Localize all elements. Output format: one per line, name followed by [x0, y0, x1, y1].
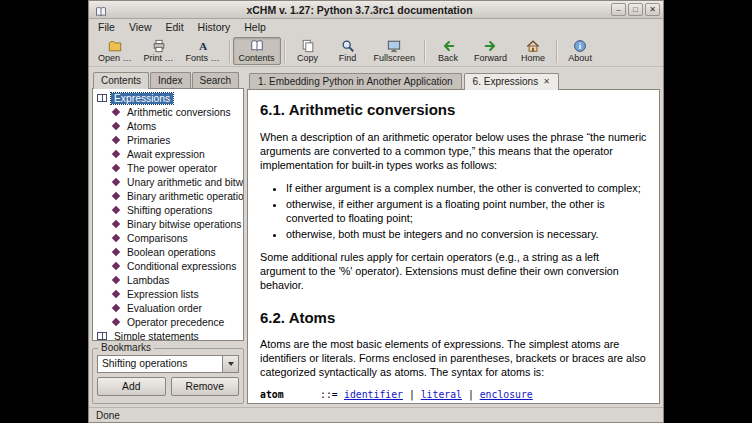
grammar-link-parenth_form[interactable]: parenth_form	[344, 403, 415, 404]
tree-item-label: Comparisons	[124, 233, 191, 244]
diamond-icon	[112, 206, 120, 214]
menu-file[interactable]: File	[91, 19, 122, 36]
close-tab-icon[interactable]: ✕	[543, 77, 550, 86]
status-text: Done	[96, 410, 120, 421]
fonts-icon: A	[196, 39, 210, 53]
doc-tab-2[interactable]: 6. Expressions✕	[464, 73, 559, 90]
tree-item-label: Arithmetic conversions	[124, 107, 234, 118]
bookmarks-panel: Bookmarks Shifting operations Add Remove	[92, 348, 244, 404]
toolbar-print-button[interactable]: Print …	[138, 37, 180, 65]
tree-item[interactable]: Expression lists	[93, 287, 243, 301]
tree-item-label: Boolean operations	[124, 247, 219, 258]
diamond-icon	[112, 276, 120, 284]
tree-item-label: Operator precedence	[124, 317, 227, 328]
toolbar-forward-button[interactable]: Forward	[468, 37, 513, 65]
toolbar-open-button[interactable]: Open …	[92, 37, 138, 65]
bookmarks-buttons: Add Remove	[97, 377, 239, 396]
bookmarks-title: Bookmarks	[98, 342, 154, 353]
diamond-icon	[112, 304, 120, 312]
tree-item[interactable]: Conditional expressions	[93, 259, 243, 273]
grammar-link-dict_display[interactable]: dict_display	[521, 403, 592, 404]
grammar-op: ::=	[320, 402, 344, 404]
toolbar-fullscreen-button[interactable]: Fullscreen	[368, 37, 422, 65]
tree-item-label: Atoms	[124, 121, 159, 132]
tree-item[interactable]: Binary arithmetic operations	[93, 189, 243, 203]
titlebar: xCHM v. 1.27: Python 3.7.3rc1 documentat…	[89, 1, 663, 19]
heading-arithmetic-conversions: 6.1. Arithmetic conversions	[260, 100, 647, 120]
sidebar-tab-contents[interactable]: Contents	[93, 72, 149, 89]
bookmarks-combo[interactable]: Shifting operations	[97, 355, 239, 373]
list-item: otherwise, if either argument is a float…	[286, 197, 647, 225]
tree-item-label: Expression lists	[124, 289, 202, 300]
grammar-link-identifier[interactable]: identifier	[344, 389, 403, 400]
minimize-button[interactable]: –	[611, 3, 626, 16]
doc-panel: 6.1. Arithmetic conversions When a descr…	[247, 89, 660, 404]
grammar-link-literal[interactable]: literal	[421, 389, 462, 400]
tree-item-label: Conditional expressions	[124, 261, 239, 272]
toolbar-button-label: Print …	[144, 53, 174, 63]
doc-tab-1[interactable]: 1. Embedding Python in Another Applicati…	[249, 73, 462, 89]
toolbar-button-label: Forward	[474, 53, 507, 63]
tree-item[interactable]: Primaries	[93, 133, 243, 147]
tree-item[interactable]: Simple statements	[93, 329, 243, 341]
toolbar-about-button[interactable]: iAbout	[560, 37, 600, 65]
toolbar-copy-button[interactable]: Copy	[288, 37, 328, 65]
remove-bookmark-button[interactable]: Remove	[171, 377, 240, 396]
toolbar-button-label: Home	[521, 53, 545, 63]
menu-help[interactable]: Help	[237, 19, 273, 36]
toolbar-fonts-button[interactable]: AFonts …	[180, 37, 226, 65]
tree-item[interactable]: Evaluation order	[93, 301, 243, 315]
toolbar-find-button[interactable]: Find	[328, 37, 368, 65]
toolbar-contents-button[interactable]: Contents	[233, 37, 281, 65]
tree-item[interactable]: Shifting operations	[93, 203, 243, 217]
diamond-icon	[112, 164, 120, 172]
grammar-link-list_display[interactable]: list_display	[432, 403, 503, 404]
bookmarks-selected-value: Shifting operations	[97, 355, 222, 373]
tree-item-label: Simple statements	[111, 331, 202, 342]
sidebar-tab-search[interactable]: Search	[192, 72, 240, 88]
grammar-definition: parenth_form | list_display | dict_displ…	[344, 402, 647, 404]
toolbar-home-button[interactable]: Home	[513, 37, 553, 65]
tree-item[interactable]: Operator precedence	[93, 315, 243, 329]
diamond-icon	[112, 108, 120, 116]
grammar-rule-name: atom	[260, 388, 320, 401]
tree-item[interactable]: The power operator	[93, 161, 243, 175]
grammar-link-set_display[interactable]: set_display	[609, 403, 647, 404]
close-button[interactable]: ✕	[645, 3, 660, 16]
contents-icon	[250, 39, 264, 53]
find-icon	[341, 39, 355, 53]
grammar-row: atom::=identifier | literal | enclosure	[260, 388, 647, 401]
tree-item[interactable]: Await expression	[93, 147, 243, 161]
menu-view[interactable]: View	[122, 19, 159, 36]
toolbar-back-button[interactable]: Back	[428, 37, 468, 65]
forward-icon	[484, 39, 498, 53]
bookmarks-dropdown-button[interactable]	[222, 355, 239, 373]
tree-item[interactable]: Expressions	[93, 91, 243, 105]
menu-history[interactable]: History	[191, 19, 238, 36]
tree-item-label: Evaluation order	[124, 303, 205, 314]
tree-item[interactable]: Unary arithmetic and bitwise operations	[93, 175, 243, 189]
copy-icon	[301, 39, 315, 53]
tree-item[interactable]: Comparisons	[93, 231, 243, 245]
toolbar-separator	[556, 40, 557, 63]
diamond-icon	[112, 234, 120, 242]
menu-edit[interactable]: Edit	[159, 19, 191, 36]
maximize-button[interactable]: □	[628, 3, 643, 16]
content-area: 1. Embedding Python in Another Applicati…	[247, 70, 660, 404]
tree-item-label: Primaries	[124, 135, 173, 146]
tree-item[interactable]: Atoms	[93, 119, 243, 133]
tree-item[interactable]: Arithmetic conversions	[93, 105, 243, 119]
tree-item[interactable]: Binary bitwise operations	[93, 217, 243, 231]
tree-item[interactable]: Boolean operations	[93, 245, 243, 259]
fullscreen-icon	[387, 39, 401, 53]
grammar-link-enclosure[interactable]: enclosure	[480, 389, 533, 400]
toolbar-button-label: Fullscreen	[374, 53, 416, 63]
open-icon	[108, 39, 122, 53]
about-icon: i	[573, 39, 587, 53]
sidebar-tab-index[interactable]: Index	[150, 72, 190, 88]
xchm-window: xCHM v. 1.27: Python 3.7.3rc1 documentat…	[88, 0, 664, 423]
tree-item[interactable]: Lambdas	[93, 273, 243, 287]
doc-tabs: 1. Embedding Python in Another Applicati…	[247, 70, 660, 89]
add-bookmark-button[interactable]: Add	[97, 377, 166, 396]
tree-item-label: Unary arithmetic and bitwise operations	[124, 177, 243, 188]
